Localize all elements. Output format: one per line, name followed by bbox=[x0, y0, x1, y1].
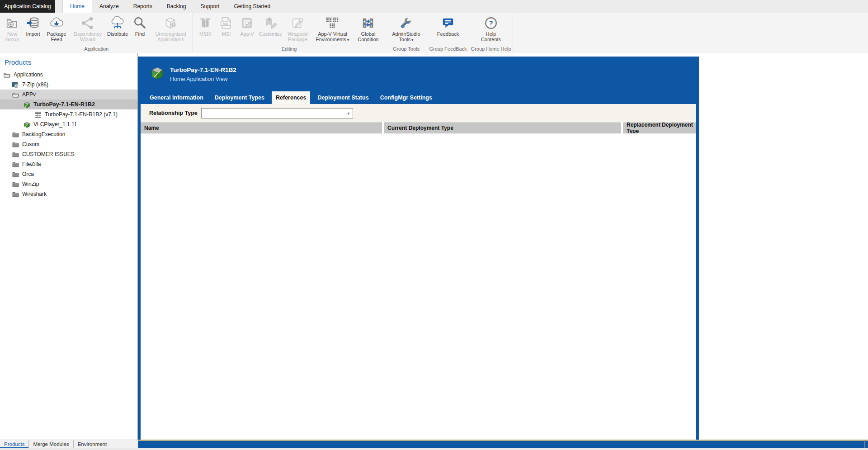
column-header-replacement-deployment-type[interactable]: Replacement Deployment Type bbox=[623, 122, 696, 133]
ribbon-group-caption: Application bbox=[2, 46, 191, 53]
column-header-current-deployment-type[interactable]: Current Deployment Type bbox=[384, 122, 621, 133]
appv-virtual-environments-icon bbox=[325, 16, 340, 30]
panel-tabs-filler bbox=[111, 440, 138, 448]
relationship-type-label: Relationship Type bbox=[149, 110, 198, 116]
new-group-button[interactable]: New Group bbox=[2, 15, 23, 43]
tab-configmgr-settings[interactable]: ConfigMgr Settings bbox=[376, 91, 436, 104]
open-folder-icon bbox=[12, 92, 19, 98]
import-icon bbox=[26, 16, 40, 30]
tab-references[interactable]: References bbox=[272, 91, 310, 104]
panel-tab-merge-modules[interactable]: Merge Modules bbox=[29, 440, 73, 448]
appv-virtual-environments-button[interactable]: App-V Virtual Environments bbox=[311, 15, 353, 43]
find-icon bbox=[133, 16, 146, 30]
tab-support[interactable]: Support bbox=[193, 0, 226, 13]
references-grid-body[interactable] bbox=[141, 133, 696, 440]
import-button[interactable]: Import bbox=[23, 15, 43, 38]
tree-item-customer-issues[interactable]: CUSTOMER ISSUES bbox=[0, 149, 137, 159]
ribbon-group-caption: Group FeedBack bbox=[429, 46, 467, 53]
dropdown-caret bbox=[410, 37, 414, 42]
tree-item-7zip[interactable]: 7-Zip (x86) bbox=[0, 80, 137, 90]
resize-gripper bbox=[864, 440, 865, 448]
adminstudio-tools-button[interactable]: AdminStudio Tools bbox=[387, 15, 425, 43]
column-header-name[interactable]: Name bbox=[141, 122, 382, 133]
tree-item-turbopay-v71[interactable]: TurboPay-7.1-EN-R1B2 (v7.1) bbox=[0, 109, 137, 119]
folder-icon bbox=[12, 132, 19, 137]
menu-bar: Application Catalog Home Analyze Reports… bbox=[0, 0, 868, 13]
svg-text:?: ? bbox=[489, 19, 493, 27]
package-feed-button[interactable]: Package Feed bbox=[43, 15, 70, 43]
products-tree: Applications 7-Zip (x86) APPv TurboPay-7… bbox=[0, 70, 137, 199]
tab-general-information[interactable]: General Information bbox=[146, 91, 208, 104]
tab-home[interactable]: Home bbox=[62, 0, 92, 13]
open-folder-icon bbox=[4, 72, 10, 78]
package-icon bbox=[24, 122, 30, 128]
references-grid-header: Name Current Deployment Type Replacement… bbox=[141, 122, 696, 133]
folder-icon bbox=[12, 171, 19, 177]
tree-item-orca[interactable]: Orca bbox=[0, 169, 137, 179]
panel-tab-products[interactable]: Products bbox=[0, 440, 29, 448]
tree-item-applications[interactable]: Applications bbox=[0, 70, 137, 80]
main-area: TurboPay-7.1-EN-R1B2 Home Application Vi… bbox=[138, 53, 868, 440]
svg-text:MSI: MSI bbox=[223, 22, 229, 25]
ribbon: New Group Import Package Feed bbox=[0, 13, 868, 53]
panel-title: Products bbox=[0, 53, 137, 70]
help-contents-button[interactable]: ? Help Contents bbox=[477, 15, 505, 43]
application-header: TurboPay-7.1-EN-R1B2 Home Application Vi… bbox=[138, 57, 699, 85]
tree-item-appv[interactable]: APPv bbox=[0, 90, 137, 99]
application-catalog-tab[interactable]: Application Catalog bbox=[0, 0, 55, 13]
window-bottom-border bbox=[138, 440, 868, 448]
ribbon-group-feedback: Feedback Group FeedBack bbox=[427, 13, 469, 53]
bottom-strip bbox=[0, 448, 868, 450]
feedback-icon bbox=[441, 16, 455, 30]
package-feed-icon bbox=[49, 16, 64, 30]
relationship-type-row: Relationship Type ▾ bbox=[141, 104, 696, 122]
appv-button[interactable]: App-V bbox=[236, 15, 257, 38]
tab-backlog[interactable]: Backlog bbox=[160, 0, 193, 13]
ribbon-group-caption: Group Home Help bbox=[471, 46, 511, 53]
ribbon-group-application: New Group Import Package Feed bbox=[0, 13, 193, 53]
global-condition-icon bbox=[361, 16, 375, 30]
ribbon-group-tools: AdminStudio Tools Group Tools bbox=[385, 13, 427, 53]
application-package-icon bbox=[150, 66, 165, 82]
dependency-wizard-button[interactable]: Dependency Wizard bbox=[70, 15, 106, 43]
bottom-bar: Products Merge Modules Environment bbox=[0, 440, 868, 448]
unrecognized-applications-button[interactable]: ? Unrecognized Applications bbox=[150, 15, 191, 43]
app-icon bbox=[12, 82, 19, 88]
ribbon-group-caption: Group Tools bbox=[387, 46, 425, 53]
help-contents-icon: ? bbox=[484, 16, 498, 30]
customize-button[interactable]: Customize bbox=[257, 15, 283, 38]
dependency-wizard-icon bbox=[81, 16, 94, 30]
global-condition-button[interactable]: Global Condition bbox=[353, 15, 383, 43]
msix-button[interactable]: MSIX bbox=[195, 15, 216, 38]
find-button[interactable]: Find bbox=[129, 15, 150, 38]
tree-item-wireshark[interactable]: Wireshark bbox=[0, 189, 137, 199]
folder-icon bbox=[12, 161, 19, 167]
panel-switch-tabs: Products Merge Modules Environment bbox=[0, 440, 138, 448]
tree-item-winzip[interactable]: WinZip bbox=[0, 179, 137, 189]
msi-button[interactable]: MSI MSI bbox=[216, 15, 236, 38]
tab-analyze[interactable]: Analyze bbox=[92, 0, 126, 13]
panel-tab-environment[interactable]: Environment bbox=[74, 440, 112, 448]
tab-deployment-status[interactable]: Deployment Status bbox=[313, 91, 373, 104]
relationship-type-select[interactable]: ▾ bbox=[201, 108, 353, 118]
view-tabs: General Information Deployment Types Ref… bbox=[138, 91, 699, 104]
feedback-button[interactable]: Feedback bbox=[436, 15, 460, 38]
tab-spacer bbox=[55, 0, 62, 13]
application-title: TurboPay-7.1-EN-R1B2 bbox=[170, 66, 236, 73]
tree-item-vlcplayer[interactable]: VLCPlayer_1.1.11 bbox=[0, 119, 137, 129]
application-view-panel: TurboPay-7.1-EN-R1B2 Home Application Vi… bbox=[138, 57, 699, 440]
application-subtitle: Home Application View bbox=[170, 76, 236, 82]
tab-reports[interactable]: Reports bbox=[126, 0, 160, 13]
tab-deployment-types[interactable]: Deployment Types bbox=[211, 91, 269, 104]
folder-icon bbox=[12, 142, 19, 147]
products-panel: Products Applications 7-Zip (x86) APPv T… bbox=[0, 53, 138, 440]
tree-item-cusom[interactable]: Cusom bbox=[0, 139, 137, 149]
wrapped-package-button[interactable]: Wrapped Package bbox=[283, 15, 311, 43]
distribute-button[interactable]: Distribute bbox=[106, 15, 129, 38]
tree-item-backlogexecution[interactable]: BacklogExecution bbox=[0, 129, 137, 139]
folder-icon bbox=[12, 181, 19, 187]
tab-getting-started[interactable]: Getting Started bbox=[226, 0, 278, 13]
dropdown-caret bbox=[346, 37, 349, 42]
tree-item-filezilla[interactable]: FileZilla bbox=[0, 159, 137, 169]
tree-item-turbopay[interactable]: TurboPay-7.1-EN-R1B2 bbox=[0, 99, 137, 109]
